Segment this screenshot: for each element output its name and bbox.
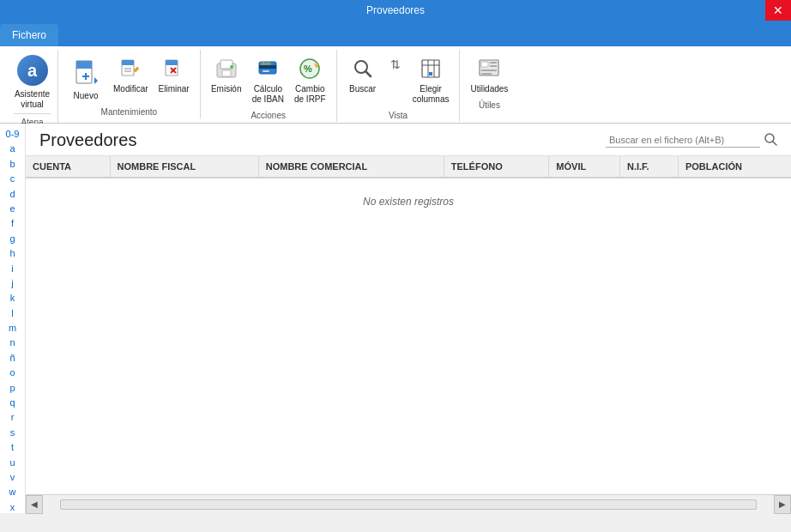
buscar-button[interactable]: Buscar <box>344 53 382 96</box>
cambio-irpf-label: Cambio de IRPF <box>294 84 326 105</box>
svg-rect-19 <box>263 70 269 72</box>
alpha-g[interactable]: g <box>9 232 15 246</box>
menu-fichero[interactable]: Fichero <box>0 24 58 46</box>
svg-rect-33 <box>490 65 497 67</box>
ribbon-acciones-items: Emisión IBAN Cálculo de IBAN <box>208 50 329 106</box>
alpha-r[interactable]: r <box>11 410 15 425</box>
providers-table: CUENTA NOMBRE FISCAL NOMBRE COMERCIAL TE… <box>26 156 791 225</box>
content-area: 0-9 a b c d e f g h i j k l m n ñ o p q … <box>0 124 791 513</box>
asistente-icon-area: a <box>15 53 50 88</box>
elegir-columnas-icon <box>417 55 444 82</box>
empty-records-row: No existen registros <box>26 178 791 225</box>
svg-rect-15 <box>222 70 231 76</box>
alpha-w[interactable]: w <box>9 485 16 499</box>
calculo-iban-icon: IBAN <box>254 55 281 82</box>
ribbon-group-mantenimiento: Nuevo Modificar <box>58 50 201 118</box>
modificar-label: Modificar <box>113 84 148 94</box>
cambio-irpf-button[interactable]: % Cambio de IRPF <box>291 53 329 106</box>
emision-button[interactable]: Emisión <box>208 53 245 96</box>
bottom-scrollbar-bar: ◀ ▶ <box>26 494 791 513</box>
alpha-h[interactable]: h <box>9 246 15 261</box>
nuevo-label: Nuevo <box>74 91 99 101</box>
emision-label: Emisión <box>211 84 242 94</box>
scroll-right-arrow[interactable]: ▶ <box>774 495 791 514</box>
panel-header: Proveedores <box>26 124 791 156</box>
svg-point-16 <box>230 65 233 69</box>
alpha-t[interactable]: t <box>11 440 14 455</box>
emision-icon <box>213 55 240 82</box>
svg-rect-1 <box>76 61 92 69</box>
alpha-x[interactable]: x <box>10 500 15 513</box>
nuevo-button[interactable]: Nuevo <box>65 53 106 103</box>
alpha-m[interactable]: m <box>9 321 16 336</box>
alpha-j[interactable]: j <box>11 276 13 291</box>
menu-bar: Fichero <box>0 21 791 46</box>
modificar-icon <box>117 55 144 82</box>
alpha-ñ[interactable]: ñ <box>9 351 15 366</box>
alpha-e[interactable]: e <box>9 202 15 216</box>
alpha-d[interactable]: d <box>9 187 15 202</box>
alpha-f[interactable]: f <box>11 216 14 231</box>
utilidades-label: Utilidades <box>470 84 508 94</box>
page-title: Proveedores <box>39 130 136 150</box>
calculo-iban-button[interactable]: IBAN Cálculo de IBAN <box>249 53 287 106</box>
cambio-irpf-icon: % <box>296 55 323 82</box>
alpha-o[interactable]: o <box>9 366 15 380</box>
col-nif: N.I.F. <box>619 156 678 178</box>
alpha-k[interactable]: k <box>10 291 15 305</box>
alpha-u[interactable]: u <box>9 456 15 470</box>
utilidades-icon <box>475 55 503 82</box>
alpha-i[interactable]: i <box>11 262 13 276</box>
scroll-left-arrow[interactable]: ◀ <box>26 495 43 514</box>
svg-rect-32 <box>490 62 497 63</box>
svg-marker-4 <box>94 77 98 84</box>
no-records-message: No existen registros <box>26 178 791 225</box>
acciones-group-label: Acciones <box>208 106 329 122</box>
sort-az-button[interactable]: ⇅ <box>385 57 406 72</box>
nuevo-icon <box>69 55 103 89</box>
asistente-label[interactable]: Asistentevirtual <box>15 89 50 110</box>
alpha-v[interactable]: v <box>10 470 15 485</box>
search-icon[interactable] <box>764 132 777 148</box>
table-header-row: CUENTA NOMBRE FISCAL NOMBRE COMERCIAL TE… <box>26 156 791 178</box>
mantenimiento-group-label: Mantenimiento <box>65 103 193 118</box>
search-area <box>606 132 777 148</box>
alpha-09[interactable]: 0-9 <box>6 127 20 142</box>
ribbon: a Asistentevirtual Atena Nuevo <box>0 46 791 124</box>
window-title: Proveedores <box>366 4 425 16</box>
alpha-l[interactable]: l <box>11 306 13 321</box>
svg-rect-34 <box>481 70 497 71</box>
svg-line-37 <box>773 142 776 145</box>
close-button[interactable]: ✕ <box>765 0 791 21</box>
main-panel: Proveedores CUENTA NOMBRE FISCAL <box>26 124 791 513</box>
svg-rect-6 <box>122 60 134 65</box>
svg-text:IBAN: IBAN <box>261 61 271 66</box>
title-bar: Proveedores ✕ <box>0 0 791 21</box>
svg-rect-35 <box>481 73 492 75</box>
svg-text:%: % <box>304 63 312 74</box>
alpha-n[interactable]: n <box>9 336 15 350</box>
alpha-b[interactable]: b <box>9 157 15 172</box>
eliminar-button[interactable]: Eliminar <box>155 53 193 96</box>
eliminar-icon <box>160 55 188 82</box>
horizontal-scrollbar[interactable] <box>60 499 757 510</box>
asistente-virtual-icon: a <box>17 55 48 86</box>
col-nombre-fiscal: NOMBRE FISCAL <box>110 156 258 178</box>
alpha-q[interactable]: q <box>9 396 15 410</box>
utiles-group-label: Útiles <box>467 96 511 112</box>
utilidades-button[interactable]: Utilidades <box>467 53 511 96</box>
buscar-label: Buscar <box>349 84 376 94</box>
elegir-columnas-button[interactable]: Elegir columnas <box>409 53 453 106</box>
ribbon-vista-items: Buscar ⇅ <box>344 50 453 106</box>
col-nombre-comercial: NOMBRE COMERCIAL <box>258 156 444 178</box>
alpha-s[interactable]: s <box>10 426 15 440</box>
modificar-button[interactable]: Modificar <box>110 53 152 96</box>
search-input[interactable] <box>606 133 760 148</box>
alpha-p[interactable]: p <box>9 381 15 396</box>
alpha-a[interactable]: a <box>9 142 15 156</box>
calculo-iban-label: Cálculo de IBAN <box>252 84 284 105</box>
vista-group-label: Vista <box>344 106 453 122</box>
svg-rect-10 <box>166 60 178 65</box>
eliminar-label: Eliminar <box>159 84 190 94</box>
alpha-c[interactable]: c <box>10 172 15 186</box>
